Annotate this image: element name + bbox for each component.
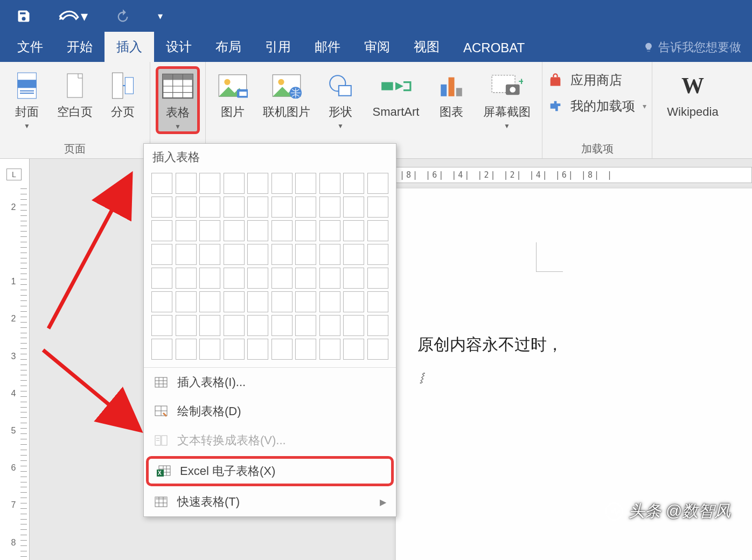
- table-grid-cell[interactable]: [247, 315, 268, 336]
- menu-draw-table[interactable]: 绘制表格(D): [144, 397, 396, 426]
- table-grid-cell[interactable]: [271, 173, 293, 194]
- table-grid-cell[interactable]: [176, 291, 197, 312]
- table-grid-cell[interactable]: [271, 268, 293, 289]
- qat-customize[interactable]: ▾: [158, 10, 163, 22]
- table-grid-cell[interactable]: [151, 173, 172, 194]
- table-grid-cell[interactable]: [151, 268, 172, 289]
- table-grid-cell[interactable]: [343, 197, 364, 218]
- table-grid-cell[interactable]: [199, 197, 220, 218]
- tell-me-search[interactable]: 告诉我您想要做: [638, 33, 747, 62]
- table-grid-cell[interactable]: [151, 244, 172, 265]
- table-grid-cell[interactable]: [271, 197, 293, 218]
- table-grid-cell[interactable]: [319, 339, 340, 360]
- table-grid-cell[interactable]: [224, 173, 245, 194]
- table-grid-cell[interactable]: [151, 291, 172, 312]
- table-grid-cell[interactable]: [295, 268, 316, 289]
- wikipedia-button[interactable]: W Wikipedia: [658, 66, 728, 122]
- table-grid-cell[interactable]: [247, 339, 268, 360]
- tab-home[interactable]: 开始: [55, 32, 105, 62]
- table-grid-cell[interactable]: [367, 339, 388, 360]
- menu-insert-table[interactable]: 插入表格(I)...: [144, 368, 396, 397]
- tab-design[interactable]: 设计: [154, 32, 204, 62]
- table-grid-cell[interactable]: [247, 173, 268, 194]
- table-grid-cell[interactable]: [319, 268, 340, 289]
- table-grid-cell[interactable]: [367, 291, 388, 312]
- table-grid-cell[interactable]: [224, 220, 245, 241]
- table-grid-cell[interactable]: [343, 173, 364, 194]
- table-grid-cell[interactable]: [224, 197, 245, 218]
- table-grid-cell[interactable]: [367, 315, 388, 336]
- table-grid-cell[interactable]: [295, 339, 316, 360]
- tab-view[interactable]: 视图: [402, 32, 451, 62]
- table-grid-cell[interactable]: [271, 315, 293, 336]
- table-grid-cell[interactable]: [199, 244, 220, 265]
- menu-quick-tables[interactable]: 快速表格(T) ▶: [144, 487, 396, 516]
- table-button[interactable]: 表格 ▼: [156, 66, 200, 134]
- table-grid-cell[interactable]: [295, 291, 316, 312]
- blank-page-button[interactable]: 空白页: [53, 66, 97, 122]
- table-grid-cell[interactable]: [343, 339, 364, 360]
- table-grid-cell[interactable]: [247, 220, 268, 241]
- table-grid-cell[interactable]: [199, 315, 220, 336]
- save-button[interactable]: [16, 9, 31, 24]
- table-grid-cell[interactable]: [367, 244, 388, 265]
- table-grid-cell[interactable]: [343, 268, 364, 289]
- myaddins-button[interactable]: 我的加载项 ▾: [548, 97, 646, 115]
- tab-mailings[interactable]: 邮件: [303, 32, 352, 62]
- online-picture-button[interactable]: 联机图片: [259, 66, 315, 122]
- table-grid-cell[interactable]: [343, 244, 364, 265]
- table-grid-cell[interactable]: [224, 339, 245, 360]
- table-grid-cell[interactable]: [176, 339, 197, 360]
- table-grid-cell[interactable]: [367, 220, 388, 241]
- table-grid-cell[interactable]: [295, 244, 316, 265]
- table-grid-cell[interactable]: [295, 173, 316, 194]
- table-grid-cell[interactable]: [271, 339, 293, 360]
- picture-button[interactable]: 图片: [211, 66, 254, 122]
- table-grid-cell[interactable]: [319, 315, 340, 336]
- table-grid-cell[interactable]: [247, 244, 268, 265]
- table-grid-cell[interactable]: [176, 268, 197, 289]
- table-grid-cell[interactable]: [271, 220, 293, 241]
- redo-button[interactable]: [115, 9, 131, 24]
- table-grid-picker[interactable]: [144, 169, 396, 367]
- menu-excel-spreadsheet[interactable]: X Excel 电子表格(X): [146, 456, 394, 486]
- table-grid-cell[interactable]: [247, 268, 268, 289]
- table-grid-cell[interactable]: [151, 339, 172, 360]
- table-grid-cell[interactable]: [151, 315, 172, 336]
- page-break-button[interactable]: 分页: [101, 66, 144, 122]
- table-grid-cell[interactable]: [199, 291, 220, 312]
- table-grid-cell[interactable]: [319, 291, 340, 312]
- screenshot-button[interactable]: + 屏幕截图 ▼: [477, 66, 537, 133]
- table-grid-cell[interactable]: [176, 220, 197, 241]
- table-grid-cell[interactable]: [224, 315, 245, 336]
- chart-button[interactable]: 图表: [430, 66, 473, 122]
- table-grid-cell[interactable]: [271, 291, 293, 312]
- table-grid-cell[interactable]: [224, 291, 245, 312]
- table-grid-cell[interactable]: [151, 197, 172, 218]
- smartart-button[interactable]: SmartArt: [366, 66, 426, 122]
- tab-layout[interactable]: 布局: [204, 32, 253, 62]
- tab-references[interactable]: 引用: [253, 32, 303, 62]
- table-grid-cell[interactable]: [343, 291, 364, 312]
- table-grid-cell[interactable]: [295, 315, 316, 336]
- tab-review[interactable]: 审阅: [352, 32, 402, 62]
- table-grid-cell[interactable]: [295, 197, 316, 218]
- table-grid-cell[interactable]: [199, 268, 220, 289]
- table-grid-cell[interactable]: [247, 197, 268, 218]
- table-grid-cell[interactable]: [367, 268, 388, 289]
- table-grid-cell[interactable]: [343, 315, 364, 336]
- table-grid-cell[interactable]: [271, 244, 293, 265]
- table-grid-cell[interactable]: [247, 291, 268, 312]
- table-grid-cell[interactable]: [176, 173, 197, 194]
- cover-page-button[interactable]: 封面 ▼: [5, 66, 48, 133]
- store-button[interactable]: 应用商店: [548, 72, 622, 89]
- table-grid-cell[interactable]: [319, 197, 340, 218]
- table-grid-cell[interactable]: [224, 268, 245, 289]
- table-grid-cell[interactable]: [367, 173, 388, 194]
- table-grid-cell[interactable]: [176, 197, 197, 218]
- table-grid-cell[interactable]: [319, 220, 340, 241]
- table-grid-cell[interactable]: [367, 197, 388, 218]
- table-grid-cell[interactable]: [319, 173, 340, 194]
- undo-button[interactable]: ▾: [58, 8, 88, 25]
- table-grid-cell[interactable]: [151, 220, 172, 241]
